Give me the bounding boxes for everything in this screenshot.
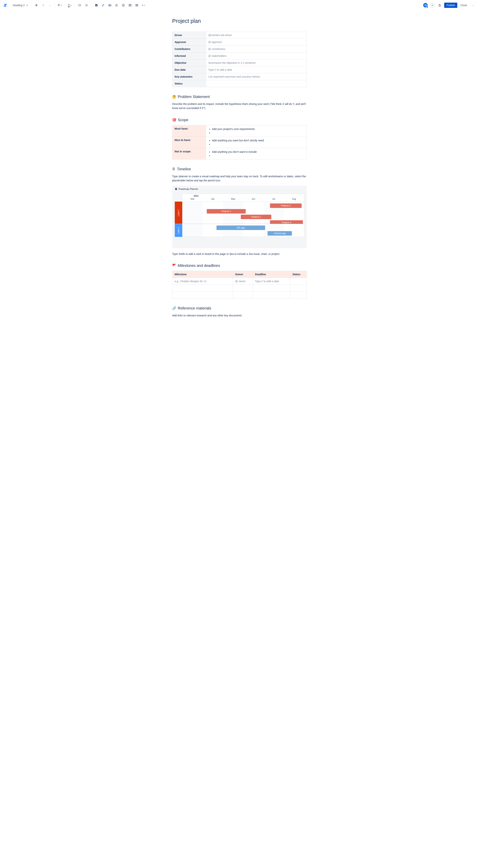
cell[interactable] (172, 291, 233, 299)
milestones-heading[interactable]: 🚩 Milestones and deadlines (172, 264, 307, 268)
cell[interactable] (172, 285, 233, 291)
table-button[interactable] (127, 2, 133, 8)
reference-heading[interactable]: 🔗 Reference materials (172, 306, 307, 310)
numbered-list-icon: 123 (85, 4, 88, 7)
close-button[interactable]: Close (459, 3, 469, 8)
page-content[interactable]: Project plan Driver@mention the driver A… (169, 10, 310, 328)
text-style-dropdown[interactable]: Heading 2 (11, 3, 30, 7)
scope-value[interactable]: Add your project's core requirements (206, 125, 307, 136)
cell[interactable] (253, 291, 290, 299)
table-row: e.g., Finalize designs for v1 @ owner Ty… (172, 278, 307, 285)
flag-emoji: 🚩 (172, 264, 176, 268)
link-button[interactable] (100, 2, 106, 8)
bullet-list-button[interactable] (77, 2, 83, 8)
layouts-icon (135, 4, 138, 7)
meta-label[interactable]: Driver (172, 32, 206, 39)
page-title[interactable]: Project plan (172, 18, 307, 24)
timeline-intro[interactable]: Type /planner to create a visual roadmap… (172, 174, 307, 183)
problem-body[interactable]: Describe the problem and its impact. Inc… (172, 102, 307, 110)
svg-point-1 (79, 5, 79, 5)
bold-button[interactable]: B (33, 2, 39, 8)
scope-value[interactable]: Add anything you don't want to include (206, 148, 307, 159)
emoji-button[interactable] (120, 2, 126, 8)
timeline-heading[interactable]: 🗓 Timeline (172, 167, 307, 171)
cell[interactable] (290, 278, 307, 285)
more-formatting-button[interactable]: ··· (47, 2, 53, 8)
svg-point-10 (123, 5, 123, 5)
col-deadline[interactable]: Deadline (253, 271, 290, 278)
scope-label[interactable]: Nice to have: (172, 136, 206, 148)
meta-label[interactable]: Informed (172, 53, 206, 59)
confluence-logo[interactable] (3, 3, 7, 7)
cell[interactable]: @ owner (233, 278, 252, 285)
list-item[interactable] (212, 154, 304, 157)
cell[interactable] (253, 285, 290, 291)
numbered-list-button[interactable]: 123 (84, 2, 89, 8)
cell[interactable] (233, 291, 252, 299)
meta-label[interactable]: Due date (172, 66, 206, 73)
cell[interactable]: e.g., Finalize designs for v1 (172, 278, 233, 285)
cell[interactable] (290, 285, 307, 291)
reference-body[interactable]: Add links to relevant research and any o… (172, 313, 307, 317)
gantt-bar[interactable]: Feature 3 (270, 204, 302, 208)
image-button[interactable] (107, 2, 113, 8)
meta-value[interactable]: @ stakeholders (206, 53, 307, 59)
cell[interactable] (290, 291, 307, 299)
meta-value[interactable]: @ approver (206, 39, 307, 45)
meta-label[interactable]: Key outcomes (172, 73, 206, 80)
restrictions-button[interactable] (437, 2, 443, 8)
meta-label[interactable]: Objective (172, 59, 206, 66)
list-item[interactable]: Add anything you don't want to include (212, 150, 304, 154)
gantt-bar[interactable]: Feature 2 (241, 215, 271, 219)
meta-value[interactable]: List expected outcomes and success metri… (206, 73, 307, 80)
meta-value[interactable]: Type // to add a date (206, 66, 307, 73)
meta-value[interactable]: @mention the driver (206, 32, 307, 39)
meta-label[interactable]: Status (172, 80, 206, 87)
scope-heading[interactable]: 🎯 Scope (172, 118, 307, 122)
gantt-bar[interactable]: Android app (268, 231, 292, 236)
scope-label[interactable]: Not in scope: (172, 148, 206, 159)
scope-table[interactable]: Must have:Add your project's core requir… (172, 125, 307, 159)
table-row: Not in scope:Add anything you don't want… (172, 148, 307, 159)
bullet-list-icon (78, 4, 81, 7)
layouts-button[interactable] (134, 2, 140, 8)
milestones-table[interactable]: Milestone Owner Deadline Status e.g., Fi… (172, 271, 307, 299)
lane-label: Lane 2 (175, 224, 182, 237)
meta-table[interactable]: Driver@mention the driver Approver@ appr… (172, 32, 307, 87)
insert-button[interactable]: + (141, 2, 147, 8)
meta-label[interactable]: Contributors (172, 45, 206, 53)
list-item[interactable] (212, 142, 304, 146)
text-color-button[interactable]: A (67, 2, 73, 8)
list-item[interactable] (212, 131, 304, 135)
thinking-emoji: 🤔 (172, 95, 176, 99)
invite-button[interactable]: + (429, 2, 435, 8)
gantt-bar[interactable]: iOS app (216, 225, 265, 230)
col-status[interactable]: Status (290, 271, 307, 278)
timeline-outro[interactable]: Type /trello to add a card or board to t… (172, 252, 307, 256)
more-actions-button[interactable]: ··· (470, 2, 476, 8)
list-item[interactable]: Add anything you want but don't strictly… (212, 138, 304, 142)
meta-value[interactable]: @ contributors (206, 45, 307, 53)
cell[interactable] (233, 285, 252, 291)
meta-value[interactable]: Summarize the objective in 1-2 sentence (206, 59, 307, 66)
cell[interactable]: Type // to add a date (253, 278, 290, 285)
roadmap-planner[interactable]: Roadmap Planner 2021 Mar Apr May Jun Jul… (172, 186, 307, 248)
col-owner[interactable]: Owner (233, 271, 252, 278)
problem-heading[interactable]: 🤔 Problem Statement (172, 95, 307, 99)
meta-value[interactable] (206, 80, 307, 87)
gantt-bar[interactable]: Feature 1 (207, 209, 246, 214)
scope-label[interactable]: Must have: (172, 125, 206, 136)
mention-button[interactable]: @ (114, 2, 120, 8)
publish-button[interactable]: Publish (444, 3, 457, 8)
action-item-button[interactable] (93, 2, 99, 8)
heading-text: Milestones and deadlines (178, 264, 220, 268)
meta-label[interactable]: Approver (172, 39, 206, 45)
calendar-emoji: 🗓 (172, 167, 176, 171)
list-item[interactable]: Add your project's core requirements (212, 127, 304, 131)
scope-value[interactable]: Add anything you want but don't strictly… (206, 136, 307, 148)
user-avatar[interactable]: CK c (423, 3, 428, 7)
alignment-button[interactable] (57, 2, 63, 8)
italic-button[interactable]: I (40, 2, 46, 8)
table-row: Driver@mention the driver (172, 32, 307, 39)
col-milestone[interactable]: Milestone (172, 271, 233, 278)
